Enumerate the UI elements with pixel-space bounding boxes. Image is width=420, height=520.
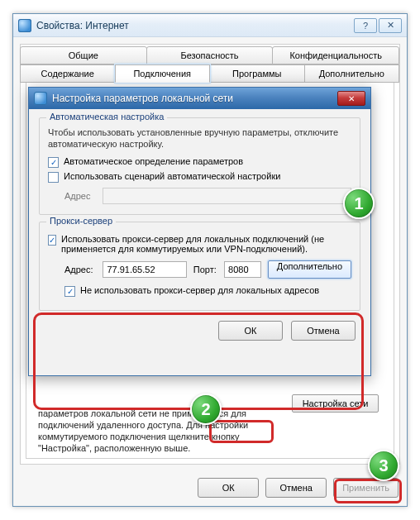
child-title: Настройка параметров локальной сети — [52, 93, 233, 104]
annotation-badge-1: 1 — [343, 188, 375, 219]
internet-options-icon — [18, 19, 31, 32]
tab-privacy[interactable]: Конфиденциальность — [272, 46, 399, 64]
auto-config-group: Автоматическая настройка Чтобы использов… — [39, 117, 360, 215]
child-close-button[interactable]: ✕ — [337, 91, 365, 106]
parent-cancel-button[interactable]: Отмена — [265, 478, 327, 498]
proxy-address-label: Адрес: — [64, 265, 96, 274]
tab-advanced[interactable]: Дополнительно — [304, 64, 400, 83]
tab-security[interactable]: Безопасность — [146, 46, 274, 64]
tab-programs[interactable]: Программы — [209, 64, 305, 83]
tab-connections[interactable]: Подключения — [115, 64, 211, 83]
proxy-advanced-button[interactable]: Дополнительно — [268, 260, 351, 279]
child-titlebar: Настройка параметров локальной сети ✕ — [29, 88, 370, 109]
bypass-local-checkbox[interactable] — [64, 286, 75, 297]
parent-ok-button[interactable]: ОК — [198, 478, 259, 498]
child-cancel-button[interactable]: Отмена — [291, 321, 356, 341]
tabstrip: Общие Безопасность Конфиденциальность Со… — [21, 45, 399, 83]
auto-script-address-label: Адрес — [64, 191, 98, 201]
lan-settings-icon — [34, 92, 47, 105]
child-button-row: ОК Отмена — [39, 317, 360, 341]
parent-titlebar: Свойства: Интернет ? ✕ — [13, 14, 407, 37]
lan-settings-dialog: Настройка параметров локальной сети ✕ Ав… — [28, 87, 371, 376]
auto-detect-label: Автоматическое определение параметров — [64, 156, 243, 166]
parent-button-row: ОК Отмена Применить — [198, 478, 399, 498]
use-proxy-checkbox[interactable] — [48, 235, 56, 246]
proxy-port-label: Порт: — [193, 265, 217, 274]
help-button[interactable]: ? — [354, 18, 377, 33]
lan-hint-text: параметров локальной сети не применяются… — [38, 408, 278, 454]
use-proxy-label: Использовать прокси-сервер для локальных… — [61, 234, 351, 254]
annotation-badge-2: 2 — [190, 394, 222, 425]
proxy-group: Прокси-сервер Использовать прокси-сервер… — [39, 222, 360, 311]
child-body: Автоматическая настройка Чтобы использов… — [29, 109, 370, 347]
auto-config-legend: Автоматическая настройка — [46, 112, 167, 122]
auto-config-hint: Чтобы использовать установленные вручную… — [48, 126, 351, 150]
parent-apply-button[interactable]: Применить — [333, 478, 399, 498]
lan-settings-button[interactable]: Настройка сети — [292, 394, 379, 413]
child-ok-button[interactable]: ОК — [218, 321, 283, 341]
bypass-local-label: Не использовать прокси-сервер для локаль… — [80, 285, 319, 295]
close-button[interactable]: ✕ — [379, 18, 402, 33]
proxy-address-input[interactable]: 77.91.65.52 — [103, 261, 186, 278]
auto-script-label: Использовать сценарий автоматической нас… — [64, 171, 280, 181]
proxy-legend: Прокси-сервер — [46, 216, 116, 226]
parent-title: Свойства: Интернет — [36, 20, 129, 31]
auto-detect-checkbox[interactable] — [48, 157, 59, 168]
proxy-port-input[interactable]: 8080 — [224, 261, 261, 278]
auto-script-address-input — [103, 188, 351, 204]
tab-general[interactable]: Общие — [20, 46, 147, 64]
annotation-badge-3: 3 — [368, 450, 399, 481]
tab-content[interactable]: Содержание — [20, 64, 116, 83]
auto-script-checkbox[interactable] — [48, 172, 59, 183]
